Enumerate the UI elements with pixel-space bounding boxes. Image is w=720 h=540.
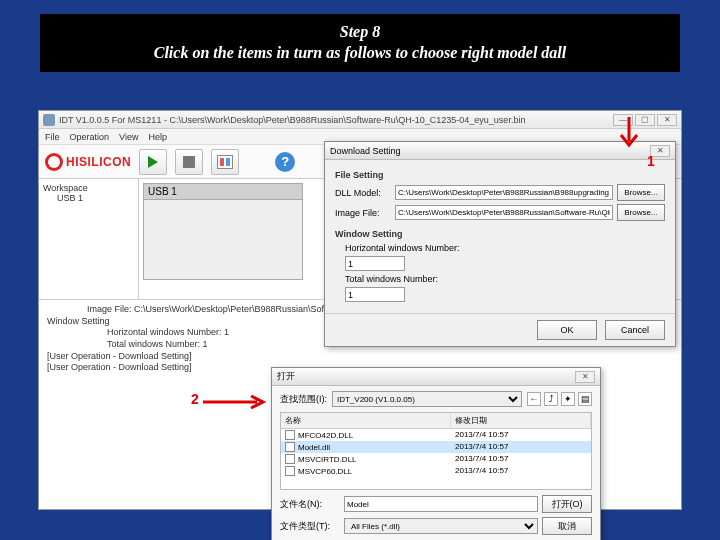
menu-view[interactable]: View — [119, 132, 138, 142]
image-file-label: Image File: — [335, 208, 391, 218]
open-file-dialog: 打开 ✕ 查找范围(I): IDT_V200 (V1.0.0.05) ← ⤴ ✦… — [271, 367, 601, 540]
app-icon — [43, 114, 55, 126]
back-icon[interactable]: ← — [527, 392, 541, 406]
filetype-label: 文件类型(T): — [280, 520, 340, 533]
usb-body — [143, 200, 303, 280]
total-number-input[interactable] — [345, 287, 405, 302]
filetype-select[interactable]: All Files (*.dll) — [344, 518, 538, 534]
window-title: IDT V1.0.0.5 For MS1211 - C:\Users\Work\… — [59, 115, 525, 125]
titlebar: IDT V1.0.0.5 For MS1211 - C:\Users\Work\… — [39, 111, 681, 129]
workspace-tree[interactable]: Workspace USB 1 — [39, 179, 139, 299]
file-icon — [285, 466, 295, 476]
logo-icon — [45, 153, 63, 171]
dll-model-label: DLL Model: — [335, 188, 391, 198]
close-button[interactable]: ✕ — [657, 114, 677, 126]
file-row[interactable]: MFCO42D.DLL2013/7/4 10:57 — [281, 429, 591, 441]
play-button[interactable] — [139, 149, 167, 175]
lookin-select[interactable]: IDT_V200 (V1.0.0.05) — [332, 391, 522, 407]
image-file-input[interactable] — [395, 205, 613, 220]
file-row-selected[interactable]: Model.dll2013/7/4 10:57 — [281, 441, 591, 453]
menu-help[interactable]: Help — [148, 132, 167, 142]
newfolder-icon[interactable]: ✦ — [561, 392, 575, 406]
file-icon — [285, 430, 295, 440]
menu-file[interactable]: File — [45, 132, 60, 142]
views-icon[interactable]: ▤ — [578, 392, 592, 406]
col-date[interactable]: 修改日期 — [451, 413, 591, 428]
open-dialog-close-button[interactable]: ✕ — [575, 371, 595, 383]
dialog-title: Download Setting — [330, 146, 401, 156]
dll-browse-button[interactable]: Browse... — [617, 184, 665, 201]
usb-panel: USB 1 — [143, 183, 303, 295]
download-setting-dialog: Download Setting ✕ File Setting DLL Mode… — [324, 141, 676, 347]
tree-usb1[interactable]: USB 1 — [43, 193, 134, 203]
open-dialog-titlebar: 打开 ✕ — [272, 368, 600, 386]
total-number-label: Total windows Number: — [345, 274, 475, 284]
ok-button[interactable]: OK — [537, 320, 597, 340]
open-button[interactable]: 打开(O) — [542, 495, 592, 513]
file-row[interactable]: MSVCP60.DLL2013/7/4 10:57 — [281, 465, 591, 477]
tree-root[interactable]: Workspace — [43, 183, 134, 193]
image-browse-button[interactable]: Browse... — [617, 204, 665, 221]
up-icon[interactable]: ⤴ — [544, 392, 558, 406]
step-number: Step 8 — [50, 22, 670, 43]
lookin-label: 查找范围(I): — [280, 393, 327, 406]
file-row[interactable]: MSVCIRTD.DLL2013/7/4 10:57 — [281, 453, 591, 465]
dll-model-input[interactable] — [395, 185, 613, 200]
cancel-button[interactable]: Cancel — [605, 320, 665, 340]
step-text: Click on the items in turn as follows to… — [50, 43, 670, 64]
logo-text: HISILICON — [66, 155, 131, 169]
annotation-number-1: 1 — [647, 153, 655, 169]
logo: HISILICON — [45, 153, 131, 171]
help-button[interactable]: ? — [275, 152, 295, 172]
file-list[interactable]: 名称 修改日期 MFCO42D.DLL2013/7/4 10:57 Model.… — [280, 412, 592, 490]
usb-header: USB 1 — [143, 183, 303, 200]
app-window: IDT V1.0.0.5 For MS1211 - C:\Users\Work\… — [38, 110, 682, 510]
config-button[interactable] — [211, 149, 239, 175]
file-icon — [285, 442, 295, 452]
annotation-arrow-2 — [201, 393, 269, 413]
col-name[interactable]: 名称 — [281, 413, 451, 428]
horizontal-number-input[interactable] — [345, 256, 405, 271]
open-cancel-button[interactable]: 取消 — [542, 517, 592, 535]
filename-label: 文件名(N): — [280, 498, 340, 511]
annotation-number-2: 2 — [191, 391, 199, 407]
horizontal-number-label: Horizontal windows Number: — [345, 243, 475, 253]
instruction-banner: Step 8 Click on the items in turn as fol… — [40, 14, 680, 72]
open-dialog-title: 打开 — [277, 370, 295, 383]
filename-input[interactable] — [344, 496, 538, 512]
stop-button[interactable] — [175, 149, 203, 175]
annotation-arrow-1 — [617, 115, 641, 155]
window-setting-label: Window Setting — [335, 229, 665, 239]
file-setting-label: File Setting — [335, 170, 665, 180]
menu-operation[interactable]: Operation — [70, 132, 110, 142]
file-icon — [285, 454, 295, 464]
